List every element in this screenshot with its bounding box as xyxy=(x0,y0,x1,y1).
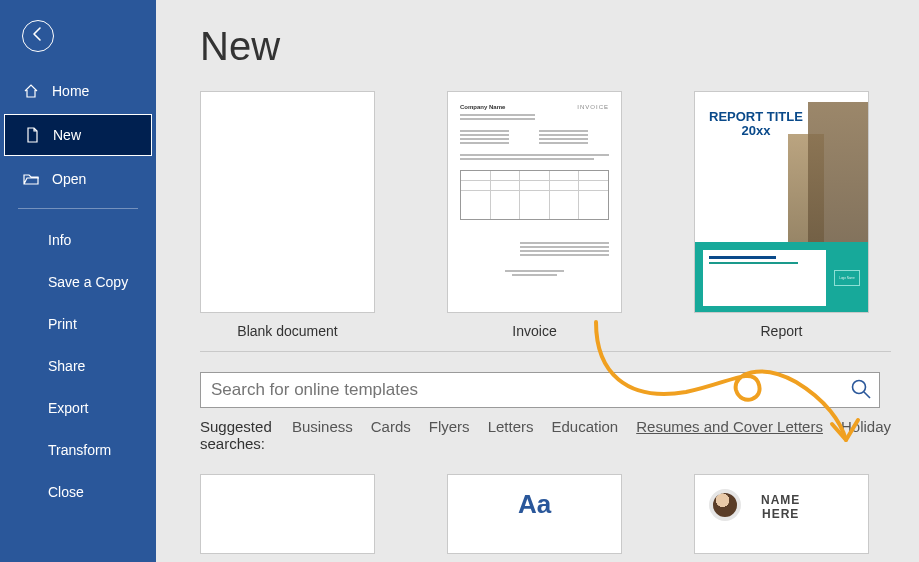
style-sample-text: Aa xyxy=(462,489,607,520)
template-label: Blank document xyxy=(200,323,375,339)
template-thumb xyxy=(200,91,375,313)
template-search xyxy=(200,372,891,408)
sidebar-item-share[interactable]: Share xyxy=(0,345,156,387)
search-icon[interactable] xyxy=(850,378,872,400)
logo-placeholder-icon: Logo Name xyxy=(834,270,860,286)
template-thumb xyxy=(200,474,375,554)
template-label: Report xyxy=(694,323,869,339)
template-thumb: Company Name INVOICE xyxy=(447,91,622,313)
svg-point-0 xyxy=(853,381,866,394)
template-label: Invoice xyxy=(447,323,622,339)
template-blank-document[interactable]: Blank document xyxy=(200,91,375,339)
sidebar-item-label: Open xyxy=(52,171,86,187)
template-partial-1[interactable] xyxy=(200,474,375,562)
sidebar-item-print[interactable]: Print xyxy=(0,303,156,345)
search-input[interactable] xyxy=(200,372,880,408)
sidebar-item-open[interactable]: Open xyxy=(0,158,156,200)
template-partial-style[interactable]: Aa xyxy=(447,474,622,562)
suggested-link-education[interactable]: Education xyxy=(551,418,618,435)
sidebar-item-label: Info xyxy=(48,232,71,248)
suggested-searches: Suggested searches: Business Cards Flyer… xyxy=(200,418,891,452)
template-partial-resume[interactable]: NAME HERE xyxy=(694,474,869,562)
sidebar-secondary-group: Info Save a Copy Print Share Export Tran… xyxy=(0,219,156,513)
page-title: New xyxy=(200,24,891,69)
open-folder-icon xyxy=(22,170,40,188)
building-graphic-icon xyxy=(808,102,868,242)
templates-row-2: Aa NAME HERE xyxy=(200,474,891,562)
suggested-link-resumes[interactable]: Resumes and Cover Letters xyxy=(636,418,823,435)
template-thumb: Aa xyxy=(447,474,622,554)
sidebar-item-label: Save a Copy xyxy=(48,274,128,290)
sidebar-item-close[interactable]: Close xyxy=(0,471,156,513)
section-divider xyxy=(200,351,891,352)
template-thumb: NAME HERE xyxy=(694,474,869,554)
sidebar-item-save-a-copy[interactable]: Save a Copy xyxy=(0,261,156,303)
backstage-sidebar: Home New Open Info Save a Copy Print Sha… xyxy=(0,0,156,562)
svg-line-1 xyxy=(864,392,870,398)
suggested-link-flyers[interactable]: Flyers xyxy=(429,418,470,435)
suggested-link-letters[interactable]: Letters xyxy=(488,418,534,435)
sidebar-item-home[interactable]: Home xyxy=(0,70,156,112)
sidebar-item-label: Transform xyxy=(48,442,111,458)
sidebar-item-label: Home xyxy=(52,83,89,99)
template-thumb: REPORT TITLE 20xx Logo Name xyxy=(694,91,869,313)
sidebar-divider xyxy=(18,208,138,209)
sidebar-item-info[interactable]: Info xyxy=(0,219,156,261)
suggested-link-holiday[interactable]: Holiday xyxy=(841,418,891,435)
templates-row: Blank document Company Name INVOICE xyxy=(200,91,891,339)
invoice-company: Company Name xyxy=(460,104,505,110)
sidebar-item-transform[interactable]: Transform xyxy=(0,429,156,471)
sidebar-item-label: Print xyxy=(48,316,77,332)
sidebar-item-new[interactable]: New xyxy=(4,114,152,156)
invoice-tag: INVOICE xyxy=(577,104,609,110)
sidebar-item-label: New xyxy=(53,127,81,143)
suggested-link-business[interactable]: Business xyxy=(292,418,353,435)
sidebar-item-label: Close xyxy=(48,484,84,500)
sidebar-item-export[interactable]: Export xyxy=(0,387,156,429)
suggested-label: Suggested searches: xyxy=(200,418,272,452)
sidebar-item-label: Export xyxy=(48,400,88,416)
home-icon xyxy=(22,82,40,100)
sidebar-item-label: Share xyxy=(48,358,85,374)
back-button[interactable] xyxy=(22,20,54,52)
main-content: New Blank document Company Name INVOICE xyxy=(156,0,919,562)
suggested-link-cards[interactable]: Cards xyxy=(371,418,411,435)
new-document-icon xyxy=(23,126,41,144)
template-invoice[interactable]: Company Name INVOICE Invoice xyxy=(447,91,622,339)
back-arrow-icon xyxy=(30,26,46,46)
resume-name-placeholder: NAME HERE xyxy=(755,475,800,553)
template-report[interactable]: REPORT TITLE 20xx Logo Name Report xyxy=(694,91,869,339)
avatar-icon xyxy=(709,489,741,521)
